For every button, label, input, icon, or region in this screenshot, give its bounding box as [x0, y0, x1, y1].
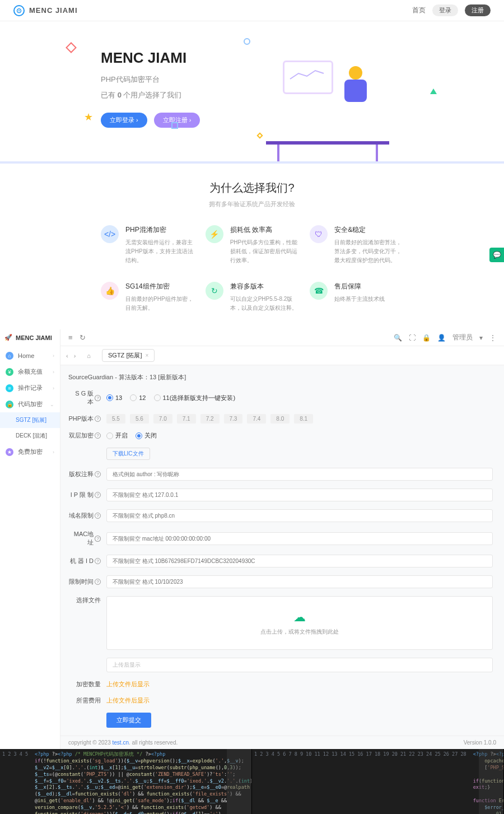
fullscreen-icon[interactable]: ⛶ — [409, 334, 416, 342]
radio-sg-13[interactable]: 13 — [106, 394, 122, 401]
row-double-encrypt: 双层加密? 开启 关闭 — [68, 431, 496, 440]
row-sg-version: S G 版 本? 13 12 11(选择新版支持一键安装) — [68, 389, 496, 406]
php-version-chip[interactable]: 5.6 — [130, 414, 149, 424]
info-icon[interactable]: ? — [95, 513, 101, 519]
row-copyright: 版权注释? — [68, 468, 496, 481]
sidebar-item-free[interactable]: ★ 免费加密 › — [0, 444, 60, 460]
sidebar-item-recharge[interactable]: ¥ 余额充值 › — [0, 364, 60, 380]
deco-square-icon — [66, 42, 77, 53]
sidebar-label: 免费加密 — [18, 448, 43, 456]
submit-button[interactable]: 立即提交 — [106, 713, 151, 728]
php-version-chip[interactable]: 7.4 — [247, 414, 266, 424]
tab-prev-icon[interactable]: ‹ — [66, 352, 68, 359]
more-icon[interactable]: ⋮ — [489, 334, 496, 342]
download-lic-button[interactable]: 下载LIC文件 — [106, 448, 150, 460]
feature-title: 兼容多版本 — [230, 282, 299, 291]
line-gutter: 1 2 3 4 5 6 7 8 9 10 11 12 13 14 15 16 1… — [252, 749, 470, 814]
sidebar-label: 余额充值 — [18, 368, 43, 376]
radio-sg-12[interactable]: 12 — [130, 394, 146, 401]
admin-footer: copyright © 2023 test.cn. all rights res… — [60, 736, 504, 749]
php-version-chip[interactable]: 8.1 — [294, 414, 313, 424]
radio-icon — [106, 432, 113, 439]
chevron-down-icon[interactable]: ▾ — [479, 334, 483, 342]
form-label: MAC地址? — [68, 530, 101, 547]
close-icon[interactable]: × — [146, 352, 149, 359]
feature-item: ⚡ 损耗低 效率高PHP代码多方位重构，性能损耗低，保证加密后代码运行效率。 — [206, 225, 299, 265]
logo-icon: ⊙ — [13, 5, 25, 16]
nav-login-button[interactable]: 登录 — [432, 4, 458, 16]
feature-desc: PHP代码多方位重构，性能损耗低，保证加密后代码运行效率。 — [230, 238, 299, 265]
file-upload-dropzone[interactable]: ☁ 点击上传，或将文件拖拽到此处 — [106, 596, 493, 650]
chat-fab-button[interactable]: 💬 — [489, 248, 504, 262]
php-version-chip[interactable]: 7.0 — [153, 414, 172, 424]
info-icon[interactable]: ? — [95, 432, 101, 439]
info-icon[interactable]: ? — [95, 536, 101, 542]
feature-desc: 目前最好的PHP组件加密，目前无解。 — [125, 295, 194, 313]
ip-input[interactable] — [106, 489, 493, 501]
row-time: 限制时间? — [68, 575, 496, 588]
form-label: S G 版 本? — [68, 389, 101, 406]
machine-input[interactable] — [106, 555, 493, 568]
info-icon[interactable]: ? — [95, 416, 101, 422]
time-input[interactable] — [106, 575, 493, 588]
form-label: 版权注释? — [68, 470, 101, 478]
sidebar-sub-sgtz[interactable]: SGTZ [拓展] — [0, 412, 60, 428]
domain-input[interactable] — [106, 509, 493, 522]
code-panels: 1 2 3 4 5 <?php ?><?php /* MENCPHP代码加密系统… — [0, 749, 504, 814]
features-grid: </> PHP混淆加密无需安装组件运行，兼容主流PHP版本，支持主流语法结构。 … — [101, 225, 403, 313]
row-file: 选择文件 ☁ 点击上传，或将文件拖拽到此处 — [68, 596, 496, 650]
sidebar-item-home[interactable]: ⌂ Home › — [0, 348, 60, 364]
nav-home-link[interactable]: 首页 — [412, 6, 426, 15]
info-icon[interactable]: ? — [95, 492, 101, 498]
php-version-chip[interactable]: 7.2 — [200, 414, 220, 424]
php-version-chip[interactable]: 8.0 — [270, 414, 290, 424]
user-avatar-icon[interactable]: 👤 — [437, 334, 446, 342]
admin-main: ≡ ↻ 🔍 ⛶ 🔒 👤 管理员 ▾ ⋮ ‹ › ⌂ SGTZ [拓展] × — [60, 329, 504, 749]
tab-active[interactable]: SGTZ [拓展] × — [102, 349, 155, 362]
chevron-right-icon: › — [53, 449, 54, 455]
php-version-boxes: 5.5 5.6 7.0 7.1 7.2 7.3 7.4 8.0 8.1 — [106, 414, 313, 424]
info-icon[interactable]: ? — [95, 558, 101, 564]
row-file-path: 上传后显示 — [68, 658, 496, 672]
info-icon[interactable]: ? — [95, 395, 101, 401]
sidebar-item-records[interactable]: ≡ 操作记录 › — [0, 380, 60, 396]
brand-text: MENC JIAMI — [29, 6, 78, 15]
php-version-chip[interactable]: 7.1 — [177, 414, 196, 424]
radio-icon — [136, 432, 142, 439]
sidebar-item-encrypt[interactable]: 🔒 代码加密 ⌄ — [0, 396, 60, 412]
algo-title: SourceGuardian - 算法版本：13 [最新版本] — [68, 373, 496, 382]
sidebar-label: 操作记录 — [18, 384, 43, 392]
code-editor-left[interactable]: 1 2 3 4 5 <?php ?><?php /* MENCPHP代码加密系统… — [0, 749, 251, 814]
radio-double-off[interactable]: 关闭 — [136, 431, 157, 440]
form-label: 加密数量 — [68, 680, 101, 689]
tab-next-icon[interactable]: › — [74, 352, 76, 359]
minimap-right[interactable] — [479, 749, 503, 814]
code-editor-right[interactable]: 1 2 3 4 5 6 7 8 9 10 11 12 13 14 15 16 1… — [252, 749, 503, 814]
tab-home[interactable]: ⌂ — [81, 351, 96, 361]
menu-toggle-icon[interactable]: ≡ — [68, 333, 73, 342]
hero-count-post: 个用户选择了我们 — [122, 91, 182, 99]
hero-login-button[interactable]: 立即登录 › — [101, 113, 147, 128]
admin-brand-text: MENC JIAMI — [16, 334, 52, 341]
refresh-icon[interactable]: ↻ — [80, 333, 86, 342]
footer-link[interactable]: test.cn — [113, 739, 129, 746]
info-icon[interactable]: ? — [95, 471, 101, 477]
php-version-chip[interactable]: 7.3 — [224, 414, 243, 424]
mac-input[interactable] — [106, 532, 493, 545]
user-name[interactable]: 管理员 — [452, 333, 473, 342]
radio-double-on[interactable]: 开启 — [106, 431, 128, 440]
speed-icon: ⚡ — [206, 225, 223, 243]
copyright-input[interactable] — [106, 468, 493, 481]
info-icon[interactable]: ? — [95, 579, 101, 585]
lock-icon[interactable]: 🔒 — [422, 334, 431, 342]
hero-title: MENC JIAMI — [101, 49, 252, 67]
radio-sg-11[interactable]: 11(选择新版支持一键安装) — [154, 394, 236, 402]
minimap-left[interactable] — [227, 749, 251, 814]
hero-section: ★ MENC JIAMI PHP代码加密平台 已有 0 个用户选择了我们 立即登… — [0, 21, 504, 161]
topbar-right: 🔍 ⛶ 🔒 👤 管理员 ▾ ⋮ — [394, 333, 496, 342]
php-version-chip[interactable]: 5.5 — [106, 414, 125, 424]
nav-register-button[interactable]: 注册 — [465, 4, 491, 16]
search-icon[interactable]: 🔍 — [394, 334, 402, 342]
form-label: 域名限制? — [68, 511, 101, 520]
sidebar-sub-deck[interactable]: DECK [混淆] — [0, 428, 60, 444]
